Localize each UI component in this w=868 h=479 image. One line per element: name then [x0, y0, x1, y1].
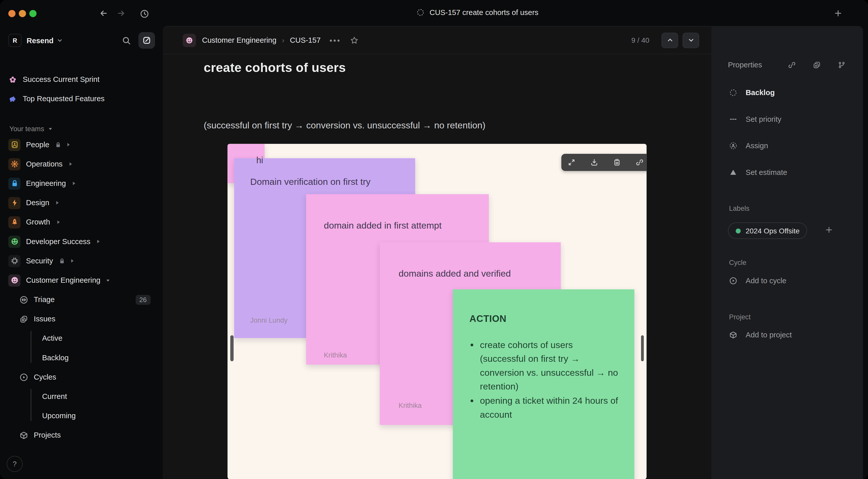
team-label: Engineering	[26, 179, 66, 188]
triage-icon	[19, 295, 28, 304]
team-label: Security	[26, 257, 53, 265]
project-header: Project	[729, 313, 751, 321]
chevron-right-icon[interactable]	[55, 200, 60, 205]
chip-icon	[10, 257, 19, 265]
minimize-window-button[interactable]	[19, 10, 26, 17]
copy-issue-link-icon[interactable]	[787, 61, 796, 69]
sidebar-team-engineering[interactable]: Engineering	[4, 175, 158, 192]
properties-title: Properties	[728, 61, 762, 69]
duplicate-icon[interactable]	[812, 61, 821, 69]
sidebar-team-operations[interactable]: Operations	[4, 155, 158, 172]
triangle-down-icon[interactable]	[106, 278, 110, 282]
download-image-icon[interactable]	[590, 158, 598, 166]
sidebar-item-current[interactable]: Current	[4, 388, 158, 405]
issue-header: Customer Engineering › CUS-157 ••• 9 / 4…	[163, 26, 711, 54]
history-icon[interactable]	[140, 9, 149, 19]
sidebar-item-views[interactable]: Views	[4, 446, 158, 448]
sidebar-team-security[interactable]: Security	[4, 252, 158, 269]
next-issue-button[interactable]	[683, 32, 699, 48]
image-resize-handle-right[interactable]	[641, 336, 644, 361]
attached-image[interactable]: Domain verification on first try Jonni L…	[227, 144, 646, 479]
sidebar-item-label: Cycles	[34, 373, 56, 381]
chevron-right-icon[interactable]	[96, 239, 101, 244]
sidebar-item-upcoming[interactable]: Upcoming	[4, 407, 158, 424]
sticky-note-author: Krithika	[399, 402, 422, 409]
label-color-dot	[736, 228, 741, 233]
sticky-note-author: Jonni Lundy	[250, 317, 288, 324]
breadcrumb-team[interactable]: Customer Engineering	[202, 36, 276, 44]
backlog-status-icon	[729, 89, 738, 97]
chevron-right-icon[interactable]	[56, 220, 61, 225]
breadcrumb-issue-id[interactable]: CUS-157	[290, 36, 321, 44]
add-to-project-row[interactable]: Add to project	[729, 331, 792, 339]
id-card-icon	[10, 140, 19, 149]
zoom-window-button[interactable]	[29, 10, 36, 17]
new-issue-button[interactable]	[138, 32, 155, 49]
team-label: Growth	[26, 218, 50, 226]
projects-icon	[19, 431, 28, 440]
sidebar-item-active[interactable]: Active	[4, 330, 158, 347]
sidebar-item-issues[interactable]: Issues	[4, 311, 158, 327]
more-options-icon[interactable]: •••	[330, 36, 341, 44]
copy-image-icon[interactable]	[613, 158, 621, 166]
sidebar-team-people[interactable]: People	[4, 136, 158, 153]
your-teams-header[interactable]: Your teams	[4, 122, 158, 136]
chevron-right-icon[interactable]	[70, 258, 75, 263]
sidebar-item-cycles[interactable]: Cycles	[4, 369, 158, 385]
sidebar-team-design[interactable]: Design	[4, 194, 158, 211]
sidebar-team-developer-success[interactable]: Developer Success	[4, 233, 158, 250]
label-2024-ops-offsite[interactable]: 2024 Ops Offsite	[728, 222, 807, 239]
workspace-name[interactable]: Resend	[27, 36, 54, 45]
chevron-right-icon[interactable]	[68, 161, 73, 166]
priority-selector[interactable]: Set priority	[729, 115, 781, 124]
sidebar-item-label: Active	[8, 334, 63, 343]
expand-image-icon[interactable]	[567, 158, 576, 166]
previous-issue-button[interactable]	[661, 32, 678, 48]
team-label: Design	[26, 198, 49, 207]
issue-description[interactable]: (successful on first try → conversion vs…	[204, 120, 486, 130]
add-to-cycle-row[interactable]: Add to cycle	[729, 277, 786, 285]
image-resize-handle-left[interactable]	[230, 336, 233, 361]
sidebar-item-backlog[interactable]: Backlog	[4, 349, 158, 366]
status-selector[interactable]: Backlog	[729, 89, 775, 97]
favorite-star-icon[interactable]	[350, 36, 359, 44]
sidebar-item-triage[interactable]: Triage 26	[4, 291, 158, 308]
sidebar-item-success-current-sprint[interactable]: Success Current Sprint	[4, 75, 158, 88]
sticky-note-green-action: ACTION create cohorts of users (successf…	[453, 289, 634, 479]
new-tab-button[interactable]	[834, 9, 843, 18]
chevron-right-icon[interactable]	[71, 181, 76, 186]
tree-connector	[31, 389, 31, 421]
compose-icon	[142, 36, 151, 45]
chevron-right-icon[interactable]	[66, 142, 71, 147]
image-toolbar	[561, 154, 646, 171]
triangle-down-icon	[48, 127, 53, 131]
breadcrumb-team-icon[interactable]	[183, 34, 196, 47]
help-button[interactable]: ?	[7, 456, 23, 472]
forward-button[interactable]	[117, 9, 126, 18]
status-label: Backlog	[746, 89, 775, 97]
sidebar-item-projects[interactable]: Projects	[4, 427, 158, 444]
chevron-down-icon[interactable]	[57, 38, 63, 43]
sidebar-item-top-requested-features[interactable]: Top Requested Features	[4, 90, 158, 107]
workspace-logo[interactable]: R	[8, 34, 22, 47]
cycles-icon	[19, 373, 28, 382]
issue-view: Customer Engineering › CUS-157 ••• 9 / 4…	[163, 26, 711, 479]
sidebar-list: Success Current Sprint Top Requested Fea…	[0, 75, 163, 448]
estimate-selector[interactable]: Set estimate	[729, 168, 787, 177]
search-icon[interactable]	[122, 36, 131, 45]
close-window-button[interactable]	[8, 10, 16, 17]
issue-title[interactable]: create cohorts of users	[204, 60, 346, 75]
add-label-button[interactable]	[825, 226, 833, 234]
linear-window: CUS-157 create cohorts of users R Resend	[0, 0, 868, 479]
back-button[interactable]	[99, 9, 108, 18]
lock-icon	[55, 141, 62, 148]
sticky-note-text: domain added in first attempt	[306, 194, 489, 233]
copy-link-icon[interactable]	[636, 158, 644, 166]
sidebar-team-growth[interactable]: Growth	[4, 214, 158, 231]
git-branch-icon[interactable]	[837, 61, 846, 69]
tree-connector	[31, 331, 31, 363]
rocket-icon	[10, 218, 19, 226]
assignee-selector[interactable]: Assign	[729, 141, 768, 150]
team-label: People	[26, 140, 49, 149]
sidebar-team-customer-engineering[interactable]: Customer Engineering	[4, 272, 158, 289]
